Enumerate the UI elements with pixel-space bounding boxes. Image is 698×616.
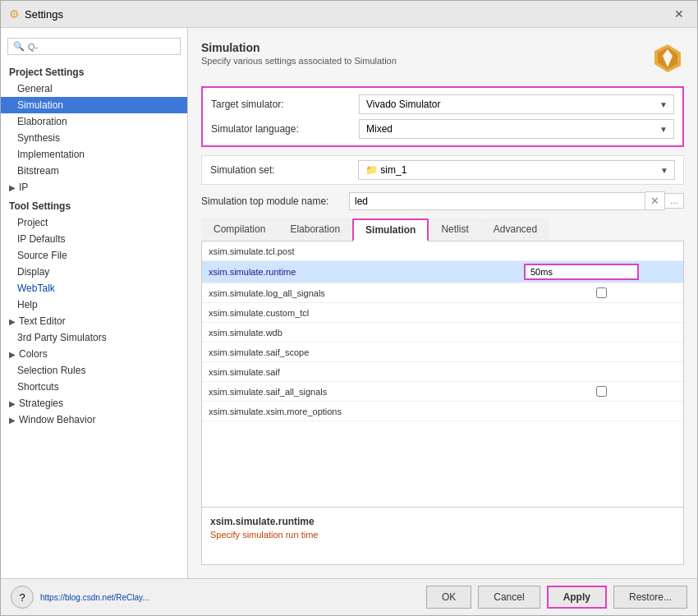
row-log-all-name: xsim.simulate.log_all_signals [202,286,519,301]
restore-button[interactable]: Restore... [613,586,687,609]
settings-dialog: ⚙ Settings ✕ 🔍 Project Settings General … [0,0,698,616]
table-row-saif-scope[interactable]: xsim.simulate.saif_scope [202,342,683,362]
table-row-more-options[interactable]: xsim.simulate.xsim.more_options [202,402,683,421]
section-desc: Specify various settings associated to S… [201,56,397,66]
row-wdb-value [519,330,683,335]
target-simulator-row: Target simulator: Vivado Simulator Model… [211,94,674,114]
tab-simulation[interactable]: Simulation [352,218,429,241]
row-saif-scope-value [519,350,683,355]
cancel-button[interactable]: Cancel [478,586,540,609]
target-simulator-select-wrapper[interactable]: Vivado Simulator ModelSim Questa ▼ [359,94,674,114]
module-more-button[interactable]: … [665,193,684,209]
sidebar-item-general[interactable]: General [1,80,187,97]
sidebar-item-ip-defaults[interactable]: IP Defaults [1,231,187,247]
bottom-buttons: OK Cancel Apply Restore... [426,586,687,609]
sidebar-item-display[interactable]: Display [1,264,187,280]
target-simulator-select[interactable]: Vivado Simulator ModelSim Questa [359,94,674,114]
module-name-input[interactable] [349,192,645,210]
row-saif-all-name: xsim.simulate.saif_all_signals [202,384,519,399]
sidebar-item-webtalk[interactable]: WebTalk [1,280,187,297]
colors-label: Colors [19,348,48,360]
sidebar: 🔍 Project Settings General Simulation El… [1,28,188,578]
row-tcl-post-value [519,249,683,254]
sidebar-item-selection-rules[interactable]: Selection Rules [1,362,187,379]
table-row-log-all[interactable]: xsim.simulate.log_all_signals [202,283,683,303]
table-row-custom-tcl[interactable]: xsim.simulate.custom_tcl [202,303,683,323]
sidebar-item-window-behavior[interactable]: ▶ Window Behavior [1,411,187,428]
search-icon: 🔍 [13,41,25,52]
row-runtime-name: xsim.simulate.runtime [202,264,519,279]
search-input[interactable] [28,42,175,52]
section-header: Simulation Specify various settings asso… [201,41,684,76]
sidebar-item-bitstream[interactable]: Bitstream [1,163,187,179]
tab-compilation[interactable]: Compilation [201,218,278,241]
sidebar-item-implementation[interactable]: Implementation [1,146,187,163]
simulator-language-select-wrapper[interactable]: Mixed VHDL Verilog ▼ [359,119,674,139]
sidebar-item-synthesis[interactable]: Synthesis [1,130,187,146]
row-saif-name: xsim.simulate.saif [202,365,519,379]
row-tcl-post-name: xsim.simulate.tcl.post [202,244,519,259]
module-name-label: Simulation top module name: [201,195,349,207]
table-row-saif[interactable]: xsim.simulate.saif [202,362,683,382]
sidebar-item-strategies[interactable]: ▶ Strategies [1,395,187,411]
desc-val: Specify simulation run time [210,530,675,540]
sidebar-item-elaboration[interactable]: Elaboration [1,113,187,130]
tab-advanced[interactable]: Advanced [481,218,549,241]
sidebar-item-3rd-party[interactable]: 3rd Party Simulators [1,329,187,346]
sidebar-item-text-editor[interactable]: ▶ Text Editor [1,313,187,329]
table-row-wdb[interactable]: xsim.simulate.wdb [202,323,683,342]
window-behavior-arrow: ▶ [9,416,16,425]
strategies-label: Strategies [19,398,63,409]
title-bar: ⚙ Settings ✕ [1,1,697,28]
row-saif-value [519,370,683,375]
row-custom-tcl-value [519,310,683,315]
log-all-checkbox-input[interactable] [596,287,607,298]
tool-settings-label: Tool Settings [1,195,187,214]
project-settings-label: Project Settings [1,62,187,80]
status-bar: https://blog.csdn.net/ReClay... [40,593,426,602]
description-box: xsim.simulate.runtime Specify simulation… [201,508,684,565]
row-custom-tcl-name: xsim.simulate.custom_tcl [202,306,519,320]
app-icon: ⚙ [9,7,20,21]
close-button[interactable]: ✕ [669,6,689,22]
module-name-row: Simulation top module name: ✕ … [201,191,684,210]
row-saif-scope-name: xsim.simulate.saif_scope [202,345,519,360]
sidebar-item-ip[interactable]: ▶ IP [1,179,187,195]
sidebar-item-help[interactable]: Help [1,297,187,313]
vivado-logo-area [651,41,684,76]
sidebar-item-project[interactable]: Project [1,214,187,231]
table-row-tcl-post[interactable]: xsim.simulate.tcl.post [202,241,683,261]
simulation-set-select[interactable]: 📁 sim_1 [358,160,675,180]
runtime-input[interactable] [524,264,639,280]
sidebar-item-source-file[interactable]: Source File [1,247,187,264]
ip-label: IP [19,182,28,193]
text-editor-label: Text Editor [19,315,66,327]
row-saif-all-checkbox[interactable] [519,384,683,399]
search-box[interactable]: 🔍 [7,38,181,55]
main-content: Simulation Specify various settings asso… [188,28,697,578]
saif-all-checkbox-input[interactable] [596,386,607,397]
sidebar-item-colors[interactable]: ▶ Colors [1,346,187,362]
ip-expand-arrow: ▶ [9,183,16,192]
tab-netlist[interactable]: Netlist [429,218,480,241]
row-runtime-value [519,261,683,283]
strategies-arrow: ▶ [9,399,16,408]
simulation-set-select-wrapper[interactable]: 📁 sim_1 ▼ [358,160,675,180]
vivado-logo [651,41,684,74]
module-clear-button[interactable]: ✕ [645,191,665,210]
target-simulator-label: Target simulator: [211,99,359,110]
row-more-options-value [519,409,683,414]
row-wdb-name: xsim.simulate.wdb [202,325,519,340]
sidebar-item-shortcuts[interactable]: Shortcuts [1,379,187,395]
dialog-body: 🔍 Project Settings General Simulation El… [1,28,697,578]
ok-button[interactable]: OK [426,586,471,609]
table-row-runtime[interactable]: xsim.simulate.runtime [202,261,683,283]
simulator-language-select[interactable]: Mixed VHDL Verilog [359,119,674,139]
row-log-all-checkbox[interactable] [519,285,683,301]
tab-elaboration[interactable]: Elaboration [278,218,352,241]
colors-arrow: ▶ [9,350,16,359]
apply-button[interactable]: Apply [547,586,607,609]
sidebar-item-simulation[interactable]: Simulation [1,97,187,113]
help-button[interactable]: ? [11,586,34,609]
table-row-saif-all[interactable]: xsim.simulate.saif_all_signals [202,382,683,402]
